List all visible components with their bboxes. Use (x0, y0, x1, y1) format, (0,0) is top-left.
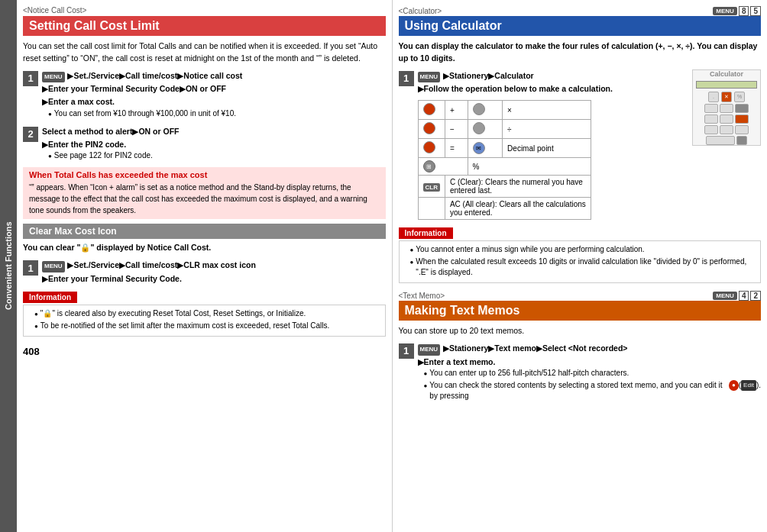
step-1-num: 1 (23, 71, 38, 86)
text-memo-notice-label: <Text Memo> (399, 292, 445, 300)
step-1-line3: ▶Enter a max cost. (42, 97, 115, 106)
calc-cell-btn6: ✉ (468, 139, 503, 158)
info-bullet-2: To be re-notified of the set limit after… (34, 321, 380, 331)
calc-cell-percent: % (468, 158, 591, 176)
step-1-line1: ▶Set./Service▶Call time/cost▶Notice call… (67, 71, 242, 80)
calc-k7 (704, 125, 718, 134)
calc-k2 (720, 104, 733, 113)
calc-cell-clr-btn: CLR (418, 176, 445, 198)
calc-info-bullet-1: You cannot enter a minus sign while you … (410, 244, 756, 255)
calc-btn-grid: ⊞ (423, 160, 435, 172)
menu-icon-text-memo: MENU (418, 344, 441, 356)
step-1-row: 1 MENU ▶Set./Service▶Call time/cost▶Noti… (23, 69, 386, 121)
calc-step-1-text: MENU ▶Stationery▶Calculator ▶Follow the … (418, 69, 688, 96)
calc-step-1-num: 1 (399, 71, 414, 86)
step-1-line2: ▶Enter your Terminal Security Code▶ON or… (42, 84, 226, 93)
calc-cell-ac-text: AC (All clear): Clears all the calculati… (445, 198, 591, 220)
calc-btn-equals (423, 141, 435, 153)
calculator-image: Calculator . ✕ % (692, 69, 761, 146)
step-1-bullet: You can set from ¥10 through ¥100,000 in… (48, 108, 386, 119)
step-3-row: 1 MENU ▶Set./Service▶Call time/cost▶CLR … (23, 259, 386, 285)
calc-row-2: − ÷ (418, 120, 591, 139)
calc-info-label: Information (399, 227, 453, 239)
calc-step-1-row: 1 MENU ▶Stationery▶Calculator ▶Follow th… (399, 69, 688, 96)
warning-box: When Total Calls has exceeded the max co… (23, 167, 386, 219)
badge-num-8: 8 (739, 6, 749, 16)
calculator-badge: MENU 8 5 (713, 6, 761, 16)
calc-step-line2: ▶Follow the operation below to make a ca… (418, 84, 613, 93)
calc-key-x: ✕ (721, 92, 732, 102)
step-2-row: 2 Select a method to alert▶ON or OFF ▶En… (23, 125, 386, 163)
calc-cell-equals: = (445, 139, 468, 158)
text-memo-step-1-num: 1 (399, 343, 414, 359)
text-memo-bullet-2: You can check the stored contents by sel… (424, 380, 762, 401)
calc-keypad (704, 104, 749, 134)
calc-k4 (704, 114, 718, 124)
text-memo-header-row: <Text Memo> MENU 4 2 (399, 291, 762, 301)
text-memo-menu-badge: MENU (713, 292, 737, 300)
calc-cell-percent-btn: ⊞ (418, 158, 468, 176)
page-number: 408 (23, 346, 386, 357)
text-memo-step-line2: ▶Enter a text memo. (418, 357, 496, 366)
warning-text: “” appears. When “Icon + alarm” is set a… (29, 182, 380, 216)
calc-image-label: Calculator (710, 70, 743, 78)
calc-top-row: . ✕ % (708, 92, 745, 102)
calculator-table: + × − ÷ (418, 100, 591, 220)
calc-btn-div (473, 122, 485, 134)
info-section: Information "🔒" is cleared also by execu… (23, 292, 386, 337)
calc-arrow-left (706, 136, 735, 145)
edit-badge: Edit (741, 380, 756, 390)
setting-call-cost-title: Setting Call Cost Limit (23, 16, 386, 36)
step-3-num: 1 (23, 260, 38, 276)
calc-cell-mult: × (503, 101, 591, 120)
calc-k1 (704, 104, 718, 113)
calc-cell-decimal: Decimal point (503, 139, 591, 158)
calc-info-bullet-2: When the calculated result exceeds 10 di… (410, 256, 756, 278)
info-content: "🔒" is cleared also by executing Reset T… (23, 305, 386, 337)
calculator-intro: You can display the calculator to make t… (399, 40, 762, 65)
calc-row-4: ⊞ % (418, 158, 591, 176)
menu-icon-1: MENU (42, 72, 65, 83)
left-panel: <Notice Call Cost> Setting Call Cost Lim… (17, 0, 393, 532)
subsection-body: You can clear "🔒" displayed by Notice Ca… (23, 242, 386, 254)
calc-cell-btn4 (468, 120, 503, 139)
calc-cell-div: ÷ (503, 120, 591, 139)
step-2-line1: Select a method to alert▶ON or OFF (42, 127, 180, 136)
calculator-notice-label: <Calculator> (399, 7, 442, 15)
calc-btn-decimal: ✉ (473, 142, 485, 154)
calc-k6 (735, 114, 749, 124)
circle-button: ● (729, 380, 739, 391)
text-memo-step-1-content: MENU ▶Stationery▶Text memo▶Select <Not r… (418, 342, 762, 404)
menu-icon-calc: MENU (418, 72, 441, 83)
calc-bottom-row (706, 136, 747, 145)
notice-call-cost-header: <Notice Call Cost> (23, 6, 386, 15)
text-memo-intro: You can store up to 20 text memos. (399, 325, 762, 337)
intro-text: You can set the call cost limit for Tota… (23, 40, 386, 65)
right-panel: <Calculator> MENU 8 5 Using Calculator Y… (393, 0, 768, 532)
calc-arrow-right (736, 136, 747, 145)
calc-cell-btn5 (418, 139, 445, 158)
info-label: Information (23, 292, 77, 303)
calc-info-content: You cannot enter a minus sign while you … (399, 240, 762, 283)
calculator-step1-area: 1 MENU ▶Stationery▶Calculator ▶Follow th… (399, 69, 762, 225)
calc-row-6: AC (All clear): Clears all the calculati… (418, 198, 591, 220)
subsection-title: Clear Max Cost Icon (23, 224, 386, 239)
calc-row-3: = ✉ Decimal point (418, 139, 591, 158)
calc-step-line1: ▶Stationery▶Calculator (443, 71, 534, 80)
badge-num-5: 5 (750, 6, 761, 16)
warning-title: When Total Calls has exceeded the max co… (29, 170, 380, 179)
calculator-header-row: <Calculator> MENU 8 5 (399, 6, 762, 16)
calculator-title: Using Calculator (399, 16, 762, 36)
text-memo-badge-num-4: 4 (739, 291, 749, 301)
text-memo-section: <Text Memo> MENU 4 2 Making Text Memos Y… (399, 291, 762, 403)
step-1-content: MENU ▶Set./Service▶Call time/cost▶Notice… (42, 69, 386, 121)
calc-row-1: + × (418, 101, 591, 120)
calc-btn-mult (473, 103, 485, 115)
calc-key-pct: % (734, 92, 745, 102)
calculator-step1-content: 1 MENU ▶Stationery▶Calculator ▶Follow th… (399, 69, 688, 225)
step-2-bullet: See page 122 for PIN2 code. (48, 150, 386, 161)
calc-btn-plus (423, 103, 435, 115)
text-memo-step-line1: ▶Stationery▶Text memo▶Select <Not record… (443, 343, 627, 353)
menu-icon-2: MENU (42, 261, 65, 272)
calc-k5 (720, 114, 733, 124)
